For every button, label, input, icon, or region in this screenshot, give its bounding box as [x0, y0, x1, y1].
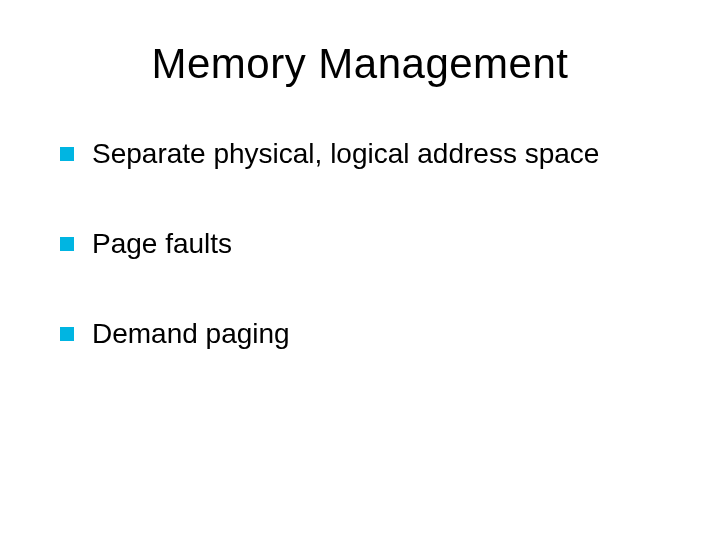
bullet-text: Page faults [92, 228, 232, 260]
square-bullet-icon [60, 237, 74, 251]
bullet-text: Separate physical, logical address space [92, 138, 599, 170]
bullet-list: Separate physical, logical address space… [50, 138, 670, 350]
square-bullet-icon [60, 147, 74, 161]
list-item: Demand paging [60, 318, 670, 350]
list-item: Page faults [60, 228, 670, 260]
list-item: Separate physical, logical address space [60, 138, 670, 170]
square-bullet-icon [60, 327, 74, 341]
slide-title: Memory Management [50, 40, 670, 88]
slide-container: Memory Management Separate physical, log… [0, 0, 720, 540]
bullet-text: Demand paging [92, 318, 290, 350]
